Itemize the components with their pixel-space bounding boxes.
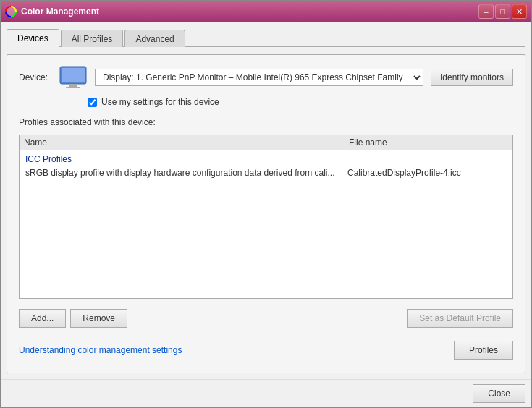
bottom-row: Add... Remove Set as Default Profile	[19, 309, 513, 328]
title-close-button[interactable]: ✕	[512, 4, 527, 19]
main-content: Devices All Profiles Advanced Device:	[1, 22, 531, 379]
color-management-icon	[5, 6, 17, 17]
checkbox-row: Use my settings for this device	[88, 97, 513, 107]
device-dropdown-wrapper: Display: 1. Generic PnP Monitor – Mobile…	[95, 69, 423, 86]
title-bar: Color Management – □ ✕	[1, 1, 531, 22]
title-bar-controls: – □ ✕	[478, 4, 527, 19]
title-bar-left: Color Management	[5, 6, 99, 17]
minimize-button[interactable]: –	[478, 4, 494, 19]
color-management-window: Color Management – □ ✕ Devices All Profi…	[0, 0, 532, 408]
device-dropdown[interactable]: Display: 1. Generic PnP Monitor – Mobile…	[95, 69, 423, 86]
add-button[interactable]: Add...	[19, 309, 66, 328]
tab-advanced[interactable]: Advanced	[124, 30, 185, 47]
table-header: Name File name	[20, 135, 512, 150]
col-filename-header: File name	[349, 137, 508, 148]
tab-bar: Devices All Profiles Advanced	[7, 28, 525, 47]
set-default-button[interactable]: Set as Default Profile	[407, 309, 513, 328]
window-title: Color Management	[21, 7, 99, 17]
svg-rect-2	[62, 68, 85, 82]
panel: Device: Display: 1. Generic PnP Monitor …	[7, 54, 525, 373]
monitor-icon	[59, 65, 88, 90]
remove-button[interactable]: Remove	[70, 309, 127, 328]
profiles-associated-label: Profiles associated with this device:	[19, 117, 513, 127]
identify-monitors-button[interactable]: Identify monitors	[431, 69, 513, 86]
maximize-button[interactable]: □	[495, 4, 510, 19]
device-row: Device: Display: 1. Generic PnP Monitor …	[19, 65, 513, 90]
row-profile-name: sRGB display profile with display hardwa…	[25, 168, 347, 178]
table-body: ICC Profiles sRGB display profile with d…	[20, 150, 512, 298]
help-link[interactable]: Understanding color management settings	[19, 345, 182, 355]
svg-rect-3	[69, 84, 77, 87]
use-settings-label[interactable]: Use my settings for this device	[101, 97, 219, 107]
use-settings-checkbox[interactable]	[88, 98, 97, 107]
group-header-icc[interactable]: ICC Profiles	[20, 152, 512, 166]
row-profile-filename: CalibratedDisplayProfile-4.icc	[347, 168, 507, 178]
table-row[interactable]: sRGB display profile with display hardwa…	[20, 166, 512, 179]
action-btns: Add... Remove	[19, 309, 127, 328]
footer: Understanding color management settings …	[19, 335, 513, 362]
tab-all-profiles[interactable]: All Profiles	[61, 30, 124, 47]
profiles-button[interactable]: Profiles	[454, 341, 513, 360]
svg-rect-4	[66, 87, 80, 88]
tab-devices[interactable]: Devices	[7, 29, 59, 47]
close-row: Close	[1, 379, 531, 407]
close-button[interactable]: Close	[473, 384, 525, 403]
profiles-table-container: Name File name ICC Profiles sRGB display…	[19, 135, 513, 299]
device-label: Device:	[19, 72, 51, 82]
col-name-header: Name	[24, 137, 349, 148]
